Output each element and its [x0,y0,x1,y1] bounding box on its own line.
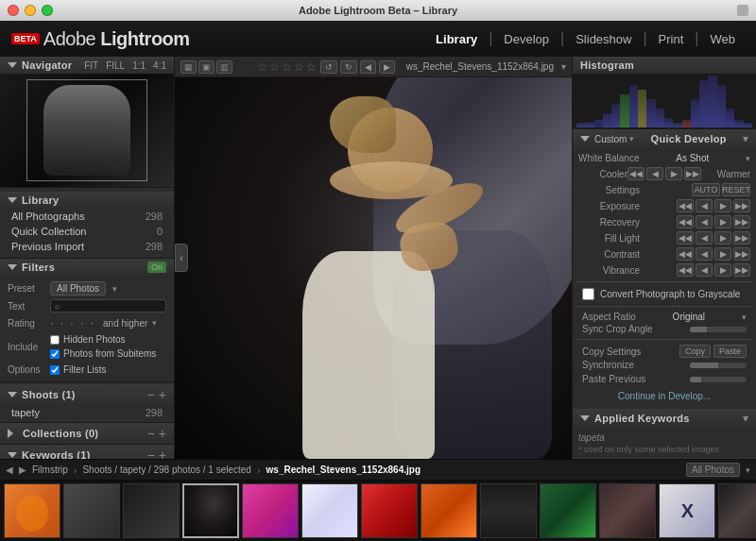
maximize-button[interactable] [42,5,53,16]
fill-btn-2[interactable]: ◀ [696,231,713,245]
compare-view-button[interactable]: ▥ [216,60,232,74]
collections-minus-icon[interactable]: − [147,426,155,441]
fill-btn-4[interactable]: ▶▶ [733,231,750,245]
nav-fit[interactable]: FIT [84,60,98,71]
exposure-btn-4[interactable]: ▶▶ [733,199,750,212]
shoots-item-tapety[interactable]: tapety 298 [0,405,174,420]
library-item-quick[interactable]: Quick Collection 0 [0,224,174,239]
film-thumb-12[interactable]: X [659,483,715,538]
recovery-btn-2[interactable]: ◀ [696,215,713,228]
strip-next-icon[interactable]: ▶ [19,465,26,475]
prev-photo-button[interactable]: ◀ [360,60,376,74]
quick-develop-header[interactable]: Custom ▾ Quick Develop ▾ [573,129,756,148]
rotate-cw-button[interactable]: ↻ [340,60,357,74]
film-thumb-5[interactable] [242,483,299,538]
reset-button[interactable]: RESET [722,183,750,196]
film-thumb-11[interactable] [599,483,656,538]
copy-button[interactable]: Copy [679,345,711,358]
shoots-minus-icon[interactable]: − [147,387,155,402]
nav-1to1[interactable]: 1:1 [132,60,146,71]
fill-btn-1[interactable]: ◀◀ [677,231,694,245]
exposure-btn-3[interactable]: ▶ [714,199,731,212]
sync-crop-bar[interactable] [690,327,747,332]
next-photo-button[interactable]: ▶ [379,60,395,74]
qd-preset-value[interactable]: Custom [594,134,627,144]
shoots-plus-icon[interactable]: + [159,387,166,402]
filter-lists-checkbox[interactable] [50,365,60,375]
tab-library[interactable]: Library [426,28,487,50]
paste-previous-bar[interactable] [690,377,747,382]
film-thumb-10[interactable] [540,483,596,538]
film-thumb-1[interactable] [4,483,60,538]
star-2[interactable]: ☆ [269,60,280,74]
tab-print[interactable]: Print [649,28,694,50]
library-item-all[interactable]: All Photographs 298 [0,209,174,224]
star-4[interactable]: ☆ [294,60,304,74]
nav-fill[interactable]: FILL [106,60,125,71]
film-thumb-8[interactable] [421,483,477,538]
continue-develop-link[interactable]: Continue in Develop... [576,387,752,405]
grid-view-button[interactable]: ▦ [180,60,197,74]
contrast-btn-3[interactable]: ▶ [714,247,731,261]
film-thumb-3[interactable] [123,483,180,538]
shoots-header[interactable]: Shoots (1) − + [0,384,174,405]
contrast-btn-2[interactable]: ◀ [696,247,713,261]
paste-button[interactable]: Paste [713,345,747,358]
exposure-btn-1[interactable]: ◀◀ [677,199,694,212]
tab-develop[interactable]: Develop [494,28,558,50]
film-thumb-9[interactable] [480,483,537,538]
star-3[interactable]: ☆ [282,60,292,74]
metadata-header[interactable]: All ▾ Metadata ▾ [573,458,756,459]
vibrance-btn-4[interactable]: ▶▶ [733,263,750,277]
contrast-btn-4[interactable]: ▶▶ [733,247,750,261]
filter-subitems-checkbox[interactable] [50,349,60,359]
vibrance-btn-1[interactable]: ◀◀ [677,263,694,277]
collections-header[interactable]: Collections (0) − + [0,423,174,444]
filter-text-input[interactable]: ⌕ [50,299,166,313]
left-panel-collapse[interactable]: ‹ [175,244,188,272]
recovery-btn-1[interactable]: ◀◀ [677,215,694,228]
collections-plus-icon[interactable]: + [159,426,166,441]
all-photos-button[interactable]: All Photos [686,463,740,477]
recovery-btn-4[interactable]: ▶▶ [733,215,750,228]
contrast-btn-1[interactable]: ◀◀ [677,247,694,261]
synchronize-bar[interactable] [690,363,747,368]
wb-btn-1[interactable]: ◀◀ [627,167,644,180]
navigator-header[interactable]: Navigator FIT FILL 1:1 4:1 [0,57,174,74]
keywords-header[interactable]: Keywords (1) − + [0,445,174,459]
filter-preset-value[interactable]: All Photos [50,281,106,296]
star-5[interactable]: ☆ [306,60,317,74]
rotate-ccw-button[interactable]: ↺ [320,60,337,74]
fill-btn-3[interactable]: ▶ [714,231,731,245]
close-button[interactable] [8,5,19,16]
library-item-previous[interactable]: Previous Import 298 [0,239,174,254]
tab-web[interactable]: Web [701,28,746,50]
loupe-view-button[interactable]: ▣ [198,60,215,74]
film-thumb-4[interactable] [182,483,239,538]
recovery-btn-3[interactable]: ▶ [714,215,731,228]
tab-slideshow[interactable]: Slideshow [566,28,641,50]
filters-header[interactable]: Filters On [0,259,174,276]
star-1[interactable]: ☆ [257,60,267,74]
nav-4to1[interactable]: 4:1 [153,60,166,71]
strip-prev-icon[interactable]: ◀ [6,465,13,475]
filter-hidden-checkbox[interactable] [50,335,60,345]
library-header[interactable]: Library [0,192,174,209]
applied-keywords-header[interactable]: Applied Keywords ▾ [573,409,756,428]
vibrance-btn-2[interactable]: ◀ [696,263,713,277]
main-photo-area[interactable] [175,77,572,459]
minimize-button[interactable] [25,5,36,16]
keywords-plus-icon[interactable]: + [159,448,166,459]
film-thumb-6[interactable] [301,483,358,538]
wb-btn-3[interactable]: ▶ [665,167,682,180]
film-thumb-13[interactable] [718,483,756,538]
histogram-header[interactable]: Histogram [573,57,756,74]
film-thumb-2[interactable] [63,483,120,538]
auto-button[interactable]: AUTO [692,183,720,196]
vibrance-btn-3[interactable]: ▶ [714,263,731,277]
keywords-minus-icon[interactable]: − [147,448,155,459]
resize-handle[interactable] [737,5,748,16]
wb-btn-4[interactable]: ▶▶ [684,167,701,180]
film-thumb-7[interactable] [361,483,418,538]
wb-btn-2[interactable]: ◀ [646,167,663,180]
